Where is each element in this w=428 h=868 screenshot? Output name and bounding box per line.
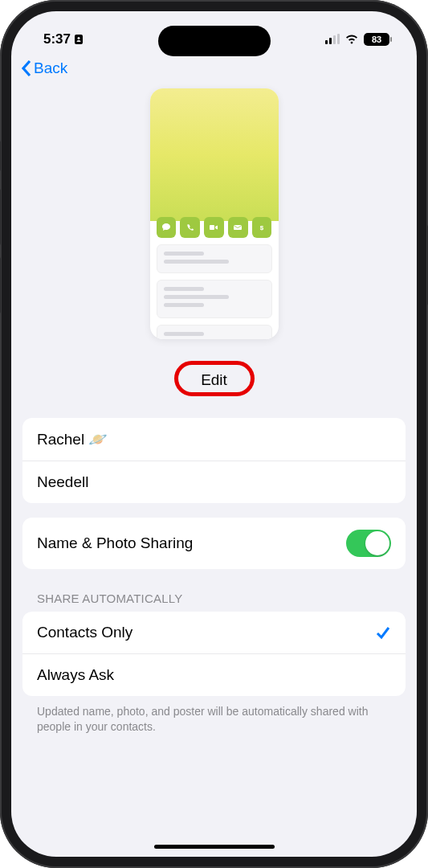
name-photo-sharing-row: Name & Photo Sharing: [22, 518, 406, 569]
volume-up: [0, 189, 1, 245]
edit-button[interactable]: Edit: [191, 366, 237, 394]
poster-preview-area: $ Edit: [11, 85, 417, 403]
contact-card-icon: [74, 34, 84, 45]
phone-frame: 5:37 83 Back: [0, 0, 428, 868]
share-option-always-ask[interactable]: Always Ask: [22, 654, 406, 696]
battery-icon: 83: [364, 33, 389, 46]
volume-down: [0, 257, 1, 313]
svg-text:$: $: [260, 224, 264, 231]
name-group: Rachel 🪐 Needell: [22, 418, 406, 503]
status-time: 5:37: [43, 31, 71, 47]
skeleton-card: [157, 280, 272, 318]
screen: 5:37 83 Back: [11, 11, 417, 857]
mute-switch: [0, 141, 1, 171]
chevron-left-icon: [21, 59, 32, 77]
share-auto-header: SHARE AUTOMATICALLY: [22, 569, 406, 612]
phone-icon: [180, 217, 200, 238]
dynamic-island: [158, 26, 271, 56]
nav-bar: Back: [11, 55, 417, 85]
back-label: Back: [34, 59, 67, 77]
skeleton-card: [157, 244, 272, 273]
poster-action-row: $: [150, 217, 279, 244]
video-icon: [204, 217, 224, 238]
message-icon: [157, 217, 177, 238]
first-name-field[interactable]: Rachel 🪐: [22, 418, 406, 461]
cellular-icon: [325, 35, 340, 44]
svg-rect-3: [234, 225, 242, 230]
sharing-toggle[interactable]: [346, 530, 391, 557]
home-indicator[interactable]: [154, 845, 275, 849]
svg-point-1: [78, 37, 80, 39]
wifi-icon: [344, 34, 359, 45]
svg-rect-2: [210, 225, 214, 230]
sharing-label: Name & Photo Sharing: [37, 534, 193, 552]
share-auto-group: Contacts Only Always Ask: [22, 612, 406, 696]
sharing-group: Name & Photo Sharing: [22, 518, 406, 569]
mail-icon: [228, 217, 248, 238]
contact-poster-preview[interactable]: $: [150, 88, 279, 339]
skeleton-card: [157, 325, 272, 339]
last-name-field[interactable]: Needell: [22, 461, 406, 503]
back-button[interactable]: Back: [21, 59, 407, 77]
poster-gradient: [150, 88, 279, 221]
share-footer-text: Updated name, photo, and poster will be …: [22, 696, 406, 743]
pay-icon: $: [252, 217, 272, 238]
share-option-contacts-only[interactable]: Contacts Only: [22, 612, 406, 654]
checkmark-icon: [375, 624, 391, 641]
